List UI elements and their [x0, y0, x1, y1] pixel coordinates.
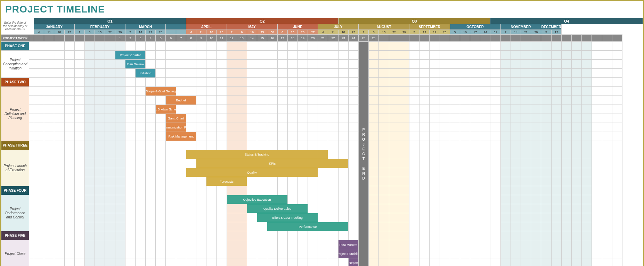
date-cell: 11	[196, 30, 206, 35]
project-week-cell	[490, 35, 500, 42]
gantt-bar[interactable]: Performance	[267, 222, 348, 231]
project-week-cell	[74, 35, 84, 42]
date-cell: 26	[440, 30, 450, 35]
gantt-bar[interactable]: Communication Plan	[166, 123, 186, 132]
project-week-cell: 8	[186, 35, 196, 42]
date-cell: 25	[348, 30, 358, 35]
project-week-cell: 10	[206, 35, 217, 42]
date-cell: 20	[297, 30, 308, 35]
gantt-bar[interactable]: Forecasts	[206, 177, 247, 186]
project-week-cell: 3	[135, 35, 145, 42]
month-header: SEPTEMBER	[409, 24, 450, 30]
project-week-cell	[419, 35, 430, 42]
month-header: MARCH	[125, 24, 166, 30]
date-cell: 11	[328, 30, 338, 35]
date-cell: 31	[490, 30, 500, 35]
project-week-cell	[571, 35, 581, 42]
gantt-bar[interactable]: Status & Tracking	[186, 150, 328, 159]
date-cell: 27	[308, 30, 318, 35]
gantt-bar[interactable]: Gantt Chart	[166, 114, 186, 123]
project-week-cell	[592, 35, 602, 42]
gantt-bar[interactable]: Quality	[186, 168, 318, 177]
gantt-bar[interactable]: Budget	[166, 96, 196, 105]
month-header: JANUARY	[34, 24, 75, 30]
gantt-bar[interactable]: Report	[349, 258, 358, 266]
project-week-cell	[64, 35, 74, 42]
project-week-cell	[561, 35, 571, 42]
project-week-cell	[480, 35, 490, 42]
project-week-cell: 23	[338, 35, 348, 42]
project-week-cell	[551, 35, 561, 42]
project-week-cell: 26	[369, 35, 379, 42]
phase-header: PHASE ONE	[1, 42, 29, 51]
phase-description: Project Launch of Execution	[1, 150, 29, 186]
date-cell: 28	[531, 30, 541, 35]
project-week-cell: 18	[287, 35, 297, 42]
date-cell: 12	[551, 30, 561, 35]
month-header: FEBRUARY	[74, 24, 125, 30]
project-week-cell: 2	[125, 35, 135, 42]
project-week-cell: 22	[328, 35, 338, 42]
date-cell: 14	[511, 30, 521, 35]
project-week-cell	[582, 35, 592, 42]
quarter-header: Q2	[186, 18, 338, 24]
date-cell: 14	[135, 30, 145, 35]
date-cell: 1	[359, 30, 369, 35]
project-week-cell	[54, 35, 64, 42]
project-week-cell	[531, 35, 541, 42]
gantt-bar[interactable]: KPIs	[196, 159, 348, 168]
gantt-bar[interactable]: Initiation	[136, 69, 155, 77]
project-week-cell	[34, 35, 44, 42]
date-cell: 4	[318, 30, 328, 35]
project-week-cell: 5	[156, 35, 166, 42]
project-week-cell	[470, 35, 480, 42]
date-cell: 12	[419, 30, 430, 35]
project-week-cell	[511, 35, 521, 42]
phase-header: PHASE FOUR	[1, 186, 29, 195]
date-cell: 18	[206, 30, 217, 35]
gantt-bar[interactable]: Project Charter	[115, 51, 146, 59]
date-cell: 18	[54, 30, 64, 35]
project-week-cell	[430, 35, 440, 42]
project-week-cell	[105, 35, 115, 42]
project-week-cell: 25	[359, 35, 369, 42]
project-week-cell: 20	[308, 35, 318, 42]
date-cell: 21	[146, 30, 156, 35]
month-header: OCTOBER	[450, 24, 500, 30]
phase-description: Project Definition and Planning	[1, 87, 29, 141]
date-cell: 8	[369, 30, 379, 35]
quarter-header: Q1	[34, 18, 186, 24]
date-cell: 4	[34, 30, 44, 35]
project-week-cell	[399, 35, 409, 42]
project-week-cell: 4	[146, 35, 156, 42]
gantt-bar[interactable]: Objective Execution	[227, 195, 287, 204]
project-week-cell	[389, 35, 399, 42]
project-week-cell: 14	[247, 35, 257, 42]
date-cell: 11	[44, 30, 54, 35]
date-cell: 7	[125, 30, 135, 35]
month-header: AUGUST	[359, 24, 409, 30]
date-cell: 28	[156, 30, 166, 35]
gantt-bar[interactable]: Project Punchlist	[339, 249, 358, 258]
gantt-bar[interactable]: Work Brkdwn Schedule	[156, 105, 176, 114]
date-cell: 15	[379, 30, 389, 35]
header-note: Enter the date of the first Monday of ea…	[1, 18, 29, 35]
project-week-cell	[84, 35, 95, 42]
gantt-bar[interactable]: Quality Deliverables	[247, 204, 308, 213]
page-title: PROJECT TIMELINE	[1, 1, 643, 18]
project-week-cell: 19	[297, 35, 308, 42]
project-week-cell	[460, 35, 470, 42]
date-cell: 24	[480, 30, 490, 35]
gantt-bar[interactable]: Risk Management	[166, 132, 196, 141]
project-week-cell: 12	[227, 35, 237, 42]
date-cell: 25	[64, 30, 74, 35]
gantt-bar[interactable]: Scope & Goal Setting	[146, 87, 176, 95]
gantt-bar[interactable]: Effort & Cost Tracking	[257, 213, 318, 222]
date-cell: 5	[541, 30, 551, 35]
project-week-cell	[440, 35, 450, 42]
date-cell: 22	[105, 30, 115, 35]
gantt-bar[interactable]: Plan Review	[125, 60, 145, 68]
month-header: DECEMBER	[541, 24, 561, 30]
quarter-header: Q3	[338, 18, 490, 24]
gantt-bar[interactable]: Post Mortem	[339, 240, 358, 249]
